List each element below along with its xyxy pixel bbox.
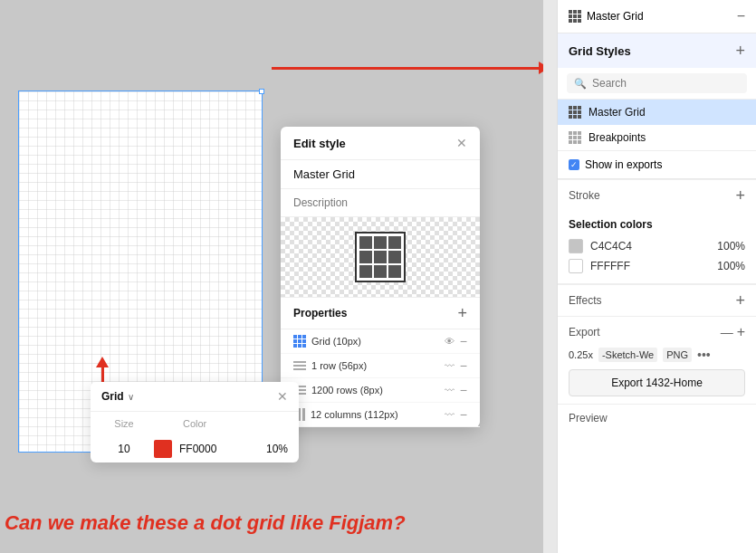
export-plus-button[interactable]: + — [737, 324, 745, 340]
effects-title: Effects — [569, 294, 601, 307]
search-input[interactable] — [592, 77, 740, 90]
export-controls: — + — [721, 324, 745, 340]
style-item-breakpoints[interactable]: Breakpoints — [558, 125, 756, 150]
visibility-icon[interactable]: 〰 — [445, 385, 455, 396]
export-scale-value[interactable]: 0.25x — [569, 349, 593, 360]
bottom-text: Can we make these a dot grid like Figjam… — [5, 511, 406, 535]
properties-add-button[interactable]: + — [457, 305, 467, 321]
export-minus-button[interactable]: — — [721, 325, 733, 339]
search-icon: 🔍 — [574, 78, 587, 90]
preview-cell — [388, 251, 401, 263]
color-hex-value: FFFFFF — [590, 260, 710, 272]
show-exports-checkbox[interactable]: ✓ — [569, 159, 579, 170]
export-header: Export — + — [569, 317, 745, 348]
effects-add-button[interactable]: + — [735, 292, 745, 309]
stroke-title: Stroke — [569, 189, 600, 202]
grid-color-hex[interactable]: FF0000 — [179, 443, 254, 455]
export-section: Export — + 0.25x -Sketch-We PNG ••• Expo… — [558, 316, 756, 404]
color-row-ffffff: FFFFFF 100% — [569, 256, 745, 276]
right-panel: Master Grid − Grid Styles + 🔍 — [557, 0, 756, 553]
grid-opacity-value[interactable]: 10% — [261, 443, 288, 455]
remove-property-button[interactable]: − — [460, 334, 467, 348]
property-row-label: 1 row (56px) — [311, 360, 439, 371]
grid-panel: Grid ∨ ✕ Size Color 10 FF0000 10% — [91, 382, 299, 462]
grid-panel-title-row: Grid ∨ — [101, 390, 134, 403]
show-exports-label: Show in exports — [585, 158, 662, 171]
property-row-label: 1200 rows (8px) — [311, 385, 439, 396]
selection-colors-section: Selection colors C4C4C4 100% FFFFFF 100% — [558, 211, 756, 283]
preview-cell — [359, 265, 372, 278]
property-row-1row: 1 row (56px) 〰 − — [281, 354, 480, 378]
preview-cell — [388, 236, 401, 249]
preview-cell — [374, 251, 387, 263]
stroke-add-button[interactable]: + — [735, 187, 745, 204]
grid-panel-column-labels: Size Color — [91, 412, 299, 435]
grid-color-swatch[interactable] — [154, 440, 172, 458]
master-grid-header: Master Grid − — [558, 0, 756, 33]
grid-panel-close-button[interactable]: ✕ — [277, 389, 288, 404]
effects-header: Effects + — [558, 284, 756, 316]
preview-cell — [374, 265, 387, 278]
visibility-icon[interactable]: 👁 — [445, 336, 455, 347]
visibility-icon[interactable]: 〰 — [445, 360, 455, 371]
show-exports-row: ✓ Show in exports — [558, 150, 756, 178]
remove-property-button[interactable]: − — [460, 407, 467, 422]
frame-handle[interactable] — [259, 89, 264, 94]
main-arrow — [272, 62, 543, 74]
grid-styles-add-button[interactable]: + — [735, 43, 745, 59]
grid-preview-icon — [355, 232, 406, 282]
arrow-head — [539, 62, 543, 74]
color-col-label: Color — [158, 417, 288, 430]
remove-property-button[interactable]: − — [460, 358, 467, 373]
export-format-selector[interactable]: PNG — [663, 348, 692, 362]
grid-panel-chevron-icon[interactable]: ∨ — [128, 392, 134, 402]
style-item-label: Breakpoints — [589, 131, 646, 144]
export-dots-menu[interactable]: ••• — [697, 348, 711, 362]
property-row-1200rows: 1200 rows (8px) 〰 − — [281, 378, 480, 403]
dialog-header: Edit style ✕ — [281, 127, 480, 160]
style-item-master-grid[interactable]: Master Grid — [558, 100, 756, 125]
preview-cell — [359, 251, 372, 263]
color-row-c4c4c4: C4C4C4 100% — [569, 236, 745, 256]
properties-title: Properties — [293, 307, 347, 319]
dialog-title: Edit style — [293, 137, 346, 150]
color-hex-value: C4C4C4 — [590, 240, 710, 253]
grid-panel-title: Grid — [101, 390, 124, 403]
selection-colors-title: Selection colors — [569, 211, 745, 236]
visibility-icon[interactable]: 〰 — [445, 409, 455, 420]
master-grid-left: Master Grid — [569, 10, 644, 23]
preview-row: Preview — [558, 404, 756, 432]
grid-panel-header: Grid ∨ ✕ — [91, 382, 299, 412]
preview-cell — [374, 236, 387, 249]
master-grid-minus-button[interactable]: − — [737, 9, 745, 24]
preview-cell — [359, 236, 372, 249]
preview-cell — [388, 265, 401, 278]
master-grid-label: Master Grid — [587, 10, 644, 23]
remove-property-button[interactable]: − — [460, 383, 467, 397]
preview-label: Preview — [569, 412, 608, 424]
export-suffix-value[interactable]: -Sketch-We — [598, 348, 657, 362]
grid-styles-header: Grid Styles + — [558, 33, 756, 68]
properties-header: Properties + — [281, 298, 480, 329]
property-row-12cols: 12 columns (112px) 〰 − — [281, 403, 480, 427]
style-item-icon — [569, 131, 581, 144]
style-item-label: Master Grid — [589, 106, 646, 119]
edit-style-dialog: Edit style ✕ Properties + — [281, 127, 480, 427]
style-name-input[interactable] — [281, 160, 480, 189]
style-description-input[interactable] — [281, 189, 480, 217]
export-title: Export — [569, 326, 600, 338]
color-swatch[interactable] — [569, 259, 583, 273]
master-grid-icon — [569, 10, 581, 23]
grid-panel-value-row: 10 FF0000 10% — [91, 435, 299, 462]
color-swatch[interactable] — [569, 239, 583, 253]
small-arrow-head — [96, 357, 109, 367]
color-opacity-value: 100% — [717, 260, 745, 272]
grid-size-value[interactable]: 10 — [101, 443, 147, 455]
stroke-section: Stroke + — [558, 179, 756, 211]
grid-type-icon — [293, 335, 306, 348]
dialog-close-button[interactable]: ✕ — [456, 136, 467, 150]
grid-styles-title: Grid Styles — [569, 44, 631, 58]
arrow-line — [272, 67, 539, 70]
export-options-row: 0.25x -Sketch-We PNG ••• — [569, 348, 745, 369]
export-button[interactable]: Export 1432-Home — [569, 369, 745, 396]
